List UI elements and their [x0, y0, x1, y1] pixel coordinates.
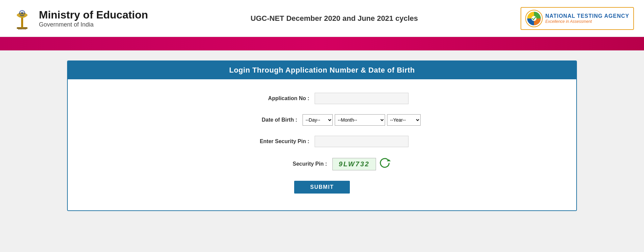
svg-point-9 [17, 14, 20, 16]
nta-text: NATIONAL TESTING AGENCY Excellence in As… [545, 13, 629, 24]
nta-circle-logo [525, 10, 543, 27]
emblem-icon: सत्यमेव जयते [10, 6, 34, 31]
security-pin-input[interactable] [315, 136, 409, 147]
dob-row: Date of Birth : --Day-- --Month-- --Year… [74, 114, 570, 126]
enter-security-pin-row: Enter Security Pin : [74, 136, 570, 147]
captcha-row: Security Pin : 9LW732 [74, 157, 570, 171]
login-form-card: Login Through Application Number & Date … [67, 60, 577, 211]
main-content: Login Through Application Number & Date … [0, 50, 644, 221]
ministry-text-block: Ministry of Education Government of Indi… [39, 8, 148, 28]
submit-button[interactable]: SUBMIT [294, 181, 350, 194]
dob-month-select[interactable]: --Month-- [335, 114, 385, 126]
ministry-sub: Government of India [39, 21, 148, 28]
dob-label: Date of Birth : [223, 117, 297, 123]
enter-security-pin-label: Enter Security Pin : [235, 138, 309, 144]
ministry-name: Ministry of Education [39, 8, 148, 21]
nta-logo: NATIONAL TESTING AGENCY Excellence in As… [521, 7, 634, 30]
captcha-label: Security Pin : [253, 161, 327, 167]
form-card-body: Application No : Date of Birth : --Day--… [68, 79, 576, 210]
nta-subtitle: Excellence in Assessment [545, 19, 629, 24]
page-title: UGC-NET December 2020 and June 2021 cycl… [251, 14, 418, 23]
submit-row: SUBMIT [74, 181, 570, 194]
refresh-captcha-button[interactable] [379, 157, 391, 171]
ministry-branding: सत्यमेव जयते Ministry of Education Gover… [10, 6, 148, 31]
form-card-title: Login Through Application Number & Date … [68, 61, 576, 79]
header-center: UGC-NET December 2020 and June 2021 cycl… [148, 14, 520, 23]
dob-day-select[interactable]: --Day-- [303, 114, 333, 126]
site-header: सत्यमेव जयते Ministry of Education Gover… [0, 0, 644, 37]
application-no-row: Application No : [74, 93, 570, 104]
captcha-value: 9LW732 [332, 158, 376, 170]
dob-year-select[interactable]: --Year-- [387, 114, 421, 126]
accent-bar [0, 37, 644, 50]
nta-branding: NATIONAL TESTING AGENCY Excellence in As… [521, 7, 634, 30]
application-no-input[interactable] [315, 93, 409, 104]
svg-text:सत्यमेव जयते: सत्यमेव जयते [18, 28, 26, 30]
application-no-label: Application No : [235, 95, 309, 101]
svg-point-10 [24, 14, 28, 16]
nta-title: NATIONAL TESTING AGENCY [545, 13, 629, 19]
captcha-display: 9LW732 [332, 157, 391, 171]
dob-container: --Day-- --Month-- --Year-- [303, 114, 421, 126]
